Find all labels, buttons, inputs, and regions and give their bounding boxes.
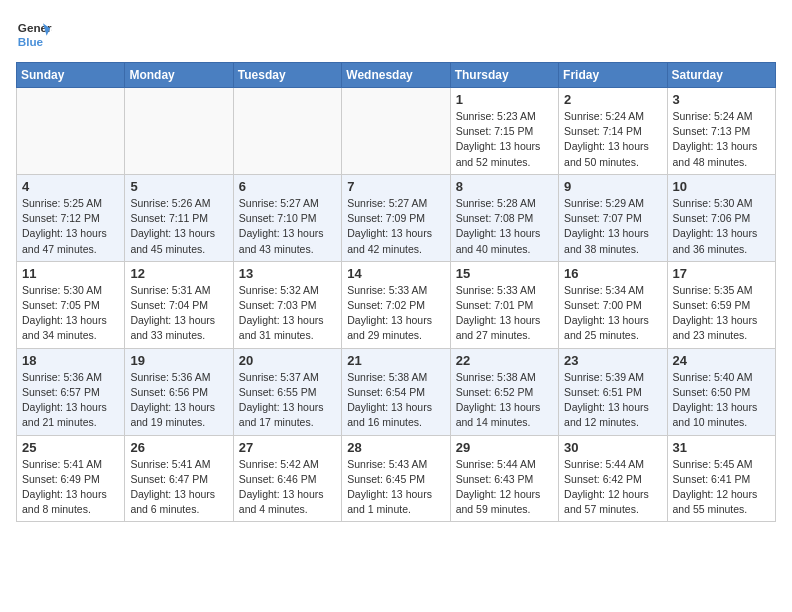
day-info: Sunrise: 5:43 AMSunset: 6:45 PMDaylight:… (347, 457, 444, 518)
calendar-cell: 17Sunrise: 5:35 AMSunset: 6:59 PMDayligh… (667, 261, 775, 348)
calendar-cell: 2Sunrise: 5:24 AMSunset: 7:14 PMDaylight… (559, 88, 667, 175)
day-info: Sunrise: 5:38 AMSunset: 6:52 PMDaylight:… (456, 370, 553, 431)
calendar-cell: 6Sunrise: 5:27 AMSunset: 7:10 PMDaylight… (233, 174, 341, 261)
calendar-cell: 9Sunrise: 5:29 AMSunset: 7:07 PMDaylight… (559, 174, 667, 261)
day-number: 6 (239, 179, 336, 194)
day-info: Sunrise: 5:44 AMSunset: 6:43 PMDaylight:… (456, 457, 553, 518)
day-info: Sunrise: 5:35 AMSunset: 6:59 PMDaylight:… (673, 283, 770, 344)
calendar-cell (233, 88, 341, 175)
calendar-cell: 3Sunrise: 5:24 AMSunset: 7:13 PMDaylight… (667, 88, 775, 175)
calendar-cell: 25Sunrise: 5:41 AMSunset: 6:49 PMDayligh… (17, 435, 125, 522)
weekday-header-thursday: Thursday (450, 63, 558, 88)
calendar-cell: 11Sunrise: 5:30 AMSunset: 7:05 PMDayligh… (17, 261, 125, 348)
weekday-header-monday: Monday (125, 63, 233, 88)
calendar-cell: 15Sunrise: 5:33 AMSunset: 7:01 PMDayligh… (450, 261, 558, 348)
day-number: 12 (130, 266, 227, 281)
day-info: Sunrise: 5:33 AMSunset: 7:02 PMDaylight:… (347, 283, 444, 344)
week-row-1: 1Sunrise: 5:23 AMSunset: 7:15 PMDaylight… (17, 88, 776, 175)
calendar-cell: 30Sunrise: 5:44 AMSunset: 6:42 PMDayligh… (559, 435, 667, 522)
day-number: 25 (22, 440, 119, 455)
calendar-cell: 31Sunrise: 5:45 AMSunset: 6:41 PMDayligh… (667, 435, 775, 522)
day-info: Sunrise: 5:32 AMSunset: 7:03 PMDaylight:… (239, 283, 336, 344)
day-info: Sunrise: 5:29 AMSunset: 7:07 PMDaylight:… (564, 196, 661, 257)
day-info: Sunrise: 5:24 AMSunset: 7:14 PMDaylight:… (564, 109, 661, 170)
day-info: Sunrise: 5:42 AMSunset: 6:46 PMDaylight:… (239, 457, 336, 518)
day-info: Sunrise: 5:40 AMSunset: 6:50 PMDaylight:… (673, 370, 770, 431)
day-info: Sunrise: 5:26 AMSunset: 7:11 PMDaylight:… (130, 196, 227, 257)
calendar-cell: 27Sunrise: 5:42 AMSunset: 6:46 PMDayligh… (233, 435, 341, 522)
calendar-cell: 29Sunrise: 5:44 AMSunset: 6:43 PMDayligh… (450, 435, 558, 522)
day-number: 2 (564, 92, 661, 107)
week-row-5: 25Sunrise: 5:41 AMSunset: 6:49 PMDayligh… (17, 435, 776, 522)
day-info: Sunrise: 5:31 AMSunset: 7:04 PMDaylight:… (130, 283, 227, 344)
calendar-cell: 7Sunrise: 5:27 AMSunset: 7:09 PMDaylight… (342, 174, 450, 261)
day-number: 3 (673, 92, 770, 107)
day-number: 10 (673, 179, 770, 194)
day-number: 11 (22, 266, 119, 281)
day-info: Sunrise: 5:34 AMSunset: 7:00 PMDaylight:… (564, 283, 661, 344)
calendar-cell: 8Sunrise: 5:28 AMSunset: 7:08 PMDaylight… (450, 174, 558, 261)
day-info: Sunrise: 5:38 AMSunset: 6:54 PMDaylight:… (347, 370, 444, 431)
day-info: Sunrise: 5:33 AMSunset: 7:01 PMDaylight:… (456, 283, 553, 344)
day-info: Sunrise: 5:36 AMSunset: 6:56 PMDaylight:… (130, 370, 227, 431)
day-info: Sunrise: 5:39 AMSunset: 6:51 PMDaylight:… (564, 370, 661, 431)
logo-icon: General Blue (16, 16, 52, 52)
day-number: 21 (347, 353, 444, 368)
day-number: 7 (347, 179, 444, 194)
calendar-cell: 24Sunrise: 5:40 AMSunset: 6:50 PMDayligh… (667, 348, 775, 435)
day-number: 15 (456, 266, 553, 281)
calendar-cell (342, 88, 450, 175)
page-header: General Blue (16, 16, 776, 52)
calendar-cell: 1Sunrise: 5:23 AMSunset: 7:15 PMDaylight… (450, 88, 558, 175)
day-number: 24 (673, 353, 770, 368)
day-number: 23 (564, 353, 661, 368)
calendar-cell: 16Sunrise: 5:34 AMSunset: 7:00 PMDayligh… (559, 261, 667, 348)
weekday-header-row: SundayMondayTuesdayWednesdayThursdayFrid… (17, 63, 776, 88)
weekday-header-sunday: Sunday (17, 63, 125, 88)
day-number: 13 (239, 266, 336, 281)
day-number: 17 (673, 266, 770, 281)
svg-text:Blue: Blue (18, 35, 44, 48)
calendar-cell: 10Sunrise: 5:30 AMSunset: 7:06 PMDayligh… (667, 174, 775, 261)
day-info: Sunrise: 5:27 AMSunset: 7:10 PMDaylight:… (239, 196, 336, 257)
calendar-cell: 22Sunrise: 5:38 AMSunset: 6:52 PMDayligh… (450, 348, 558, 435)
calendar-cell: 20Sunrise: 5:37 AMSunset: 6:55 PMDayligh… (233, 348, 341, 435)
day-number: 26 (130, 440, 227, 455)
day-number: 28 (347, 440, 444, 455)
day-number: 14 (347, 266, 444, 281)
day-number: 4 (22, 179, 119, 194)
calendar-cell: 19Sunrise: 5:36 AMSunset: 6:56 PMDayligh… (125, 348, 233, 435)
day-info: Sunrise: 5:41 AMSunset: 6:49 PMDaylight:… (22, 457, 119, 518)
week-row-3: 11Sunrise: 5:30 AMSunset: 7:05 PMDayligh… (17, 261, 776, 348)
day-info: Sunrise: 5:44 AMSunset: 6:42 PMDaylight:… (564, 457, 661, 518)
calendar-cell: 14Sunrise: 5:33 AMSunset: 7:02 PMDayligh… (342, 261, 450, 348)
calendar-table: SundayMondayTuesdayWednesdayThursdayFrid… (16, 62, 776, 522)
day-number: 18 (22, 353, 119, 368)
calendar-cell: 4Sunrise: 5:25 AMSunset: 7:12 PMDaylight… (17, 174, 125, 261)
week-row-4: 18Sunrise: 5:36 AMSunset: 6:57 PMDayligh… (17, 348, 776, 435)
day-info: Sunrise: 5:30 AMSunset: 7:06 PMDaylight:… (673, 196, 770, 257)
calendar-cell: 26Sunrise: 5:41 AMSunset: 6:47 PMDayligh… (125, 435, 233, 522)
day-info: Sunrise: 5:45 AMSunset: 6:41 PMDaylight:… (673, 457, 770, 518)
day-info: Sunrise: 5:30 AMSunset: 7:05 PMDaylight:… (22, 283, 119, 344)
calendar-cell (125, 88, 233, 175)
calendar-cell: 21Sunrise: 5:38 AMSunset: 6:54 PMDayligh… (342, 348, 450, 435)
day-number: 20 (239, 353, 336, 368)
day-number: 9 (564, 179, 661, 194)
day-info: Sunrise: 5:25 AMSunset: 7:12 PMDaylight:… (22, 196, 119, 257)
day-info: Sunrise: 5:27 AMSunset: 7:09 PMDaylight:… (347, 196, 444, 257)
day-number: 22 (456, 353, 553, 368)
day-number: 19 (130, 353, 227, 368)
day-number: 8 (456, 179, 553, 194)
calendar-cell: 18Sunrise: 5:36 AMSunset: 6:57 PMDayligh… (17, 348, 125, 435)
calendar-cell: 23Sunrise: 5:39 AMSunset: 6:51 PMDayligh… (559, 348, 667, 435)
weekday-header-saturday: Saturday (667, 63, 775, 88)
day-info: Sunrise: 5:37 AMSunset: 6:55 PMDaylight:… (239, 370, 336, 431)
day-info: Sunrise: 5:24 AMSunset: 7:13 PMDaylight:… (673, 109, 770, 170)
weekday-header-friday: Friday (559, 63, 667, 88)
week-row-2: 4Sunrise: 5:25 AMSunset: 7:12 PMDaylight… (17, 174, 776, 261)
day-number: 31 (673, 440, 770, 455)
day-info: Sunrise: 5:28 AMSunset: 7:08 PMDaylight:… (456, 196, 553, 257)
day-info: Sunrise: 5:41 AMSunset: 6:47 PMDaylight:… (130, 457, 227, 518)
day-number: 27 (239, 440, 336, 455)
